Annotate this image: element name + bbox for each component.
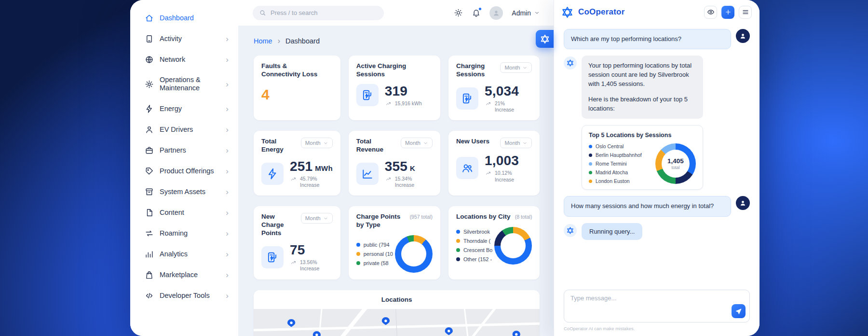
chat-messages: Which are my top performing locations? Y… — [554, 24, 760, 284]
stat-value: 355 — [385, 159, 407, 174]
chevron-down-icon — [423, 140, 428, 146]
trend-up-icon — [290, 176, 297, 182]
period-select[interactable]: Month — [500, 138, 532, 148]
theme-toggle-sun-icon[interactable] — [454, 8, 463, 17]
legend-label: Rome Termini — [596, 161, 627, 167]
sidebar-item-roaming[interactable]: Roaming › — [130, 223, 238, 244]
card-charging-sessions: Charging Sessions Month 5,034 — [448, 56, 540, 120]
sidebar-item-system-assets[interactable]: System Assets › — [130, 182, 238, 202]
sidebar-item-label: Analytics — [160, 250, 188, 258]
bot-message: Running query... — [564, 223, 750, 240]
legend-dot — [456, 239, 460, 243]
bot-text: Your top performing locations by total s… — [588, 61, 696, 89]
search-box[interactable] — [253, 6, 384, 20]
card-title: Faults & Connectivity Loss — [261, 62, 318, 79]
card-title: Total Revenue — [356, 138, 397, 154]
trend-up-icon — [485, 170, 492, 176]
legend: Oslo Central Berlin Hauptbahnhof — [589, 143, 652, 184]
users-icon — [456, 157, 478, 179]
chevron-right-icon: › — [226, 292, 229, 300]
app-window: Dashboard › Activity › Network › — [130, 0, 760, 336]
bolt-icon — [261, 163, 284, 185]
cooperator-logo-icon — [540, 34, 550, 44]
new-chat-button[interactable] — [721, 6, 734, 19]
sidebar-item-energy[interactable]: Energy › — [130, 98, 238, 119]
chat-toggle-button[interactable] — [536, 30, 554, 48]
send-button[interactable] — [732, 304, 746, 318]
topbar: Admin — [238, 0, 554, 26]
cooperator-logo-icon — [566, 59, 574, 67]
partners-icon — [145, 146, 154, 155]
message-input-box[interactable] — [564, 290, 750, 322]
card-title: New Users — [456, 138, 489, 146]
locations-donut-chart — [494, 227, 532, 265]
card-title: Locations by City — [456, 213, 511, 221]
user-message: How many sessions and how much energy in… — [564, 196, 750, 216]
sidebar-item-dashboard[interactable]: Dashboard › — [130, 8, 238, 28]
sidebar-item-analytics[interactable]: Analytics › — [130, 244, 238, 265]
chevron-down-icon — [522, 65, 528, 70]
user-message-bubble: Which are my top performing locations? — [564, 29, 731, 49]
locations-map[interactable] — [254, 309, 540, 336]
sidebar-item-network[interactable]: Network › — [130, 49, 238, 70]
card-title: Charging Sessions — [456, 62, 497, 79]
period-select[interactable]: Month — [301, 138, 333, 148]
legend-label: Crescent Bo — [463, 247, 493, 253]
period-select[interactable]: Month — [301, 213, 333, 224]
sidebar-item-operations-maintenance[interactable]: Operations & Maintenance › — [130, 70, 238, 98]
sidebar-item-product-offerings[interactable]: Product Offerings › — [130, 161, 238, 182]
notifications-bell-icon[interactable] — [472, 8, 481, 17]
chat-title: CoOperator — [578, 7, 624, 17]
trend-up-icon — [290, 260, 297, 266]
person-icon — [492, 9, 500, 17]
person-icon — [739, 32, 746, 40]
chevron-down-icon — [522, 140, 528, 146]
view-button[interactable] — [704, 6, 717, 19]
legend-item: Thorndale ( — [456, 238, 493, 244]
breadcrumb-home-link[interactable]: Home — [254, 37, 272, 45]
legend: Silverbrook Thorndale ( — [456, 229, 493, 262]
period-select[interactable]: Month — [500, 62, 532, 73]
search-input[interactable] — [271, 9, 378, 16]
hamburger-menu-icon — [742, 8, 749, 16]
sidebar-item-label: Dashboard — [160, 14, 194, 22]
sidebar-item-marketplace[interactable]: Marketplace › — [130, 265, 238, 285]
trend: 10.12%Increase — [485, 170, 519, 183]
chat-menu-button[interactable] — [739, 6, 752, 19]
card-new-users: New Users Month 1,003 — [448, 131, 540, 196]
sidebar-nav: Dashboard › Activity › Network › — [130, 8, 238, 306]
sidebar-item-developer-tools[interactable]: Developer Tools › — [130, 285, 238, 306]
card-charge-points-by-type: Charge Points by Type (957 total) public… — [349, 206, 440, 280]
bot-avatar — [564, 56, 577, 70]
sidebar-item-label: Network — [160, 56, 185, 64]
sidebar-item-ev-drivers[interactable]: EV Drivers › — [130, 119, 238, 140]
home-icon — [145, 14, 154, 23]
assets-icon — [145, 187, 154, 196]
legend-label: Berlin Hauptbahnhof — [596, 152, 642, 158]
user-avatar — [736, 29, 750, 43]
avatar[interactable] — [489, 6, 503, 20]
message-input[interactable] — [570, 294, 727, 316]
chevron-right-icon: › — [226, 250, 229, 258]
period-select[interactable]: Month — [401, 138, 433, 148]
user-message: Which are my top performing locations? — [564, 29, 750, 49]
legend-item: Rome Termini — [589, 161, 652, 167]
legend-item: private (58 — [356, 260, 393, 266]
sidebar-item-label: Developer Tools — [160, 292, 210, 300]
trend-up-icon — [385, 101, 392, 107]
card-title: Charge Points by Type — [356, 213, 406, 229]
chat-header: CoOperator — [554, 0, 760, 24]
legend-item: personal (10 — [356, 251, 393, 257]
legend-label: Silverbrook — [463, 229, 490, 235]
legend-item: Berlin Hauptbahnhof — [589, 152, 652, 158]
stat-unit: K — [410, 164, 415, 172]
faults-value: 4 — [261, 86, 333, 103]
sidebar-item-label: Operations & Maintenance — [160, 76, 220, 93]
sidebar-item-content[interactable]: Content › — [130, 202, 238, 223]
cards-grid: Faults & Connectivity Loss 4 Active Char… — [254, 56, 536, 336]
sidebar-item-activity[interactable]: Activity › — [130, 28, 238, 49]
chat-chart-card: Top 5 Locations by Sessions Oslo Central — [582, 125, 703, 190]
sidebar-item-partners[interactable]: Partners › — [130, 140, 238, 161]
user-menu[interactable]: Admin — [512, 9, 540, 17]
legend-item: Other (152 - — [456, 256, 493, 262]
